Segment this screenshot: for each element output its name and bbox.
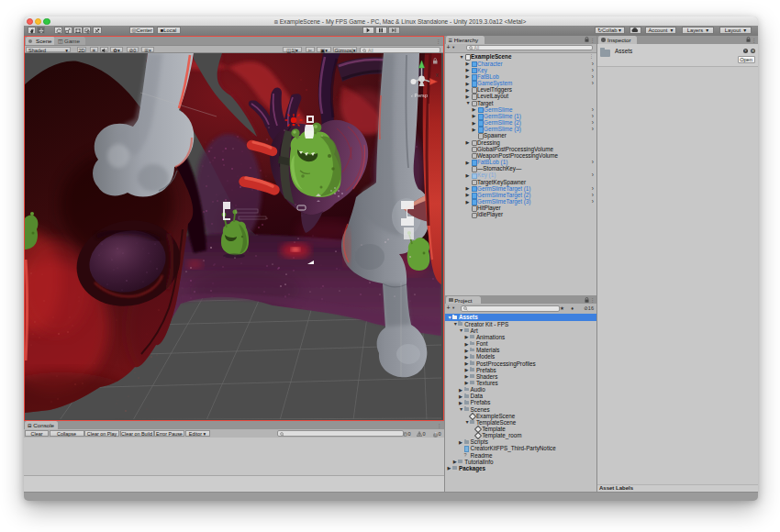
svg-text:‹ Persp: ‹ Persp xyxy=(411,93,428,98)
